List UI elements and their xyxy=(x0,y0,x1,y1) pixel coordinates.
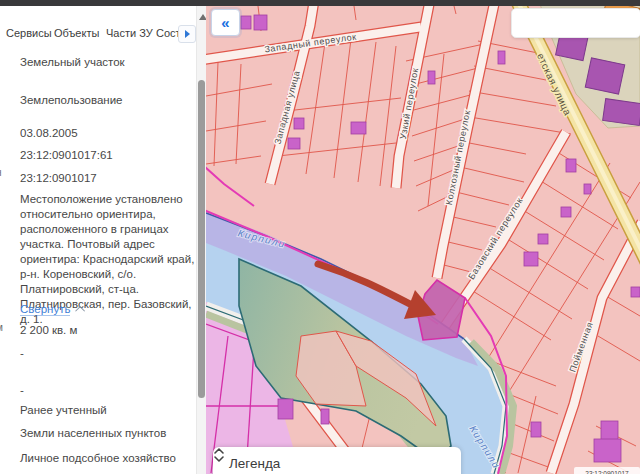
map-overlay-box xyxy=(511,8,640,38)
collapse-row: Свернуть xyxy=(20,303,85,315)
scrollbar-up-arrow-icon[interactable] xyxy=(199,14,206,20)
empty-value-2: - xyxy=(20,384,24,396)
map-canvas[interactable]: Западный переулок Западная улица Узкий п… xyxy=(206,6,640,474)
cadastral-number-value: 23:12:0901017:61 xyxy=(20,149,113,161)
quarter-number-chip: 23:12:0901017 xyxy=(574,467,640,474)
quarter-number-value: 23:12:0901017 xyxy=(20,172,97,184)
clipped-label-letter: м xyxy=(0,322,3,333)
empty-value-1: - xyxy=(20,347,24,359)
chevron-up-icon xyxy=(76,306,86,316)
legend-bar[interactable]: Легенда xyxy=(213,447,461,474)
permitted-use-value: Личное подсобное хозяйство xyxy=(20,452,176,464)
registration-date-value: 03.08.2005 xyxy=(20,127,78,139)
unfold-icon[interactable] xyxy=(213,447,225,463)
parcel-attributes: н м Земельный участок Землепользование 0… xyxy=(0,6,206,474)
land-category-value: Земли населенных пунктов xyxy=(20,427,166,439)
legend-title: Легенда xyxy=(229,456,280,471)
panel-collapse-button[interactable]: « xyxy=(211,9,240,36)
clipped-label-letter: н xyxy=(0,167,2,178)
usage-kind-value: Землепользование xyxy=(20,94,123,106)
status-value: Ранее учтенный xyxy=(20,404,107,416)
object-type-value: Земельный участок xyxy=(20,56,125,68)
collapse-link[interactable]: Свернуть xyxy=(20,303,70,316)
area-value: 2 200 кв. м xyxy=(20,324,77,336)
panel-scrollbar-thumb[interactable] xyxy=(198,80,205,398)
attributes-panel: Сервисы Объекты Части ЗУ Состав Г н м Зе… xyxy=(0,6,206,474)
cadastral-map[interactable]: Западный переулок Западная улица Узкий п… xyxy=(206,6,640,474)
